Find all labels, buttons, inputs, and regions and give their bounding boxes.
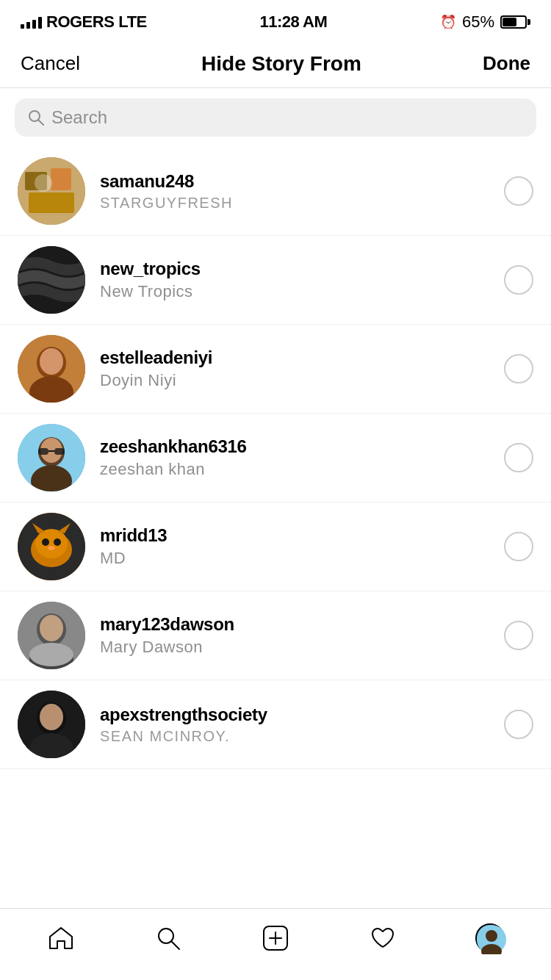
svg-point-42 bbox=[486, 930, 497, 942]
battery-percentage: 65% bbox=[462, 12, 494, 32]
user-info: mary123dawson Mary Dawson bbox=[100, 614, 489, 657]
carrier-label: ROGERS bbox=[46, 12, 114, 32]
list-item[interactable]: mridd13 MD bbox=[0, 502, 551, 591]
user-handle: new_tropics bbox=[100, 259, 489, 279]
user-display-name: STARGUYFRESH bbox=[100, 195, 489, 212]
avatar bbox=[18, 513, 85, 580]
main-content: Search samanu248 STARGUYFRESH bbox=[0, 88, 551, 908]
status-carrier: ROGERS LTE bbox=[21, 12, 147, 32]
user-info: apexstrengthsociety SEAN MCINROY. bbox=[100, 705, 489, 745]
user-display-name: Mary Dawson bbox=[100, 638, 489, 657]
select-toggle[interactable] bbox=[504, 265, 533, 295]
alarm-icon: ⏰ bbox=[440, 14, 456, 30]
svg-point-31 bbox=[29, 643, 73, 666]
cancel-button[interactable]: Cancel bbox=[21, 52, 80, 75]
svg-rect-2 bbox=[18, 157, 85, 225]
user-info: new_tropics New Tropics bbox=[100, 259, 489, 301]
svg-point-36 bbox=[159, 929, 173, 943]
select-toggle[interactable] bbox=[504, 443, 533, 472]
svg-line-1 bbox=[38, 120, 43, 125]
select-toggle[interactable] bbox=[504, 710, 533, 739]
list-item[interactable]: mary123dawson Mary Dawson bbox=[0, 591, 551, 680]
user-handle: mridd13 bbox=[100, 525, 489, 546]
svg-point-25 bbox=[54, 538, 61, 546]
list-item[interactable]: zeeshankhan6316 zeeshan khan bbox=[0, 414, 551, 502]
search-container: Search bbox=[0, 88, 551, 147]
user-display-name: MD bbox=[100, 549, 489, 568]
profile-avatar bbox=[475, 923, 505, 953]
search-tab-icon bbox=[152, 922, 184, 954]
avatar bbox=[18, 335, 85, 403]
svg-point-24 bbox=[42, 538, 49, 546]
user-list: samanu248 STARGUYFRESH new_tropics New T… bbox=[0, 147, 551, 769]
svg-rect-5 bbox=[29, 192, 74, 213]
select-toggle[interactable] bbox=[504, 176, 533, 206]
status-right: ⏰ 65% bbox=[440, 12, 530, 32]
list-item[interactable]: apexstrengthsociety SEAN MCINROY. bbox=[0, 680, 551, 769]
list-item[interactable]: new_tropics New Tropics bbox=[0, 236, 551, 325]
svg-rect-17 bbox=[54, 448, 65, 455]
svg-rect-16 bbox=[38, 448, 48, 455]
heart-icon bbox=[367, 922, 399, 954]
avatar bbox=[18, 691, 85, 758]
avatar bbox=[18, 424, 85, 491]
svg-point-6 bbox=[35, 174, 52, 192]
tab-add[interactable] bbox=[222, 922, 329, 954]
user-handle: apexstrengthsociety bbox=[100, 705, 489, 725]
signal-icon bbox=[21, 15, 42, 29]
svg-rect-4 bbox=[51, 168, 71, 190]
nav-bar: Cancel Hide Story From Done bbox=[0, 40, 551, 88]
avatar bbox=[18, 602, 85, 669]
avatar bbox=[18, 157, 85, 225]
user-info: estelleadeniyi Doyin Niyi bbox=[100, 347, 489, 390]
tab-profile[interactable] bbox=[436, 922, 544, 954]
avatar bbox=[18, 246, 85, 314]
done-button[interactable]: Done bbox=[483, 52, 530, 75]
select-toggle[interactable] bbox=[504, 354, 533, 383]
user-info: samanu248 STARGUYFRESH bbox=[100, 171, 489, 212]
tab-bar bbox=[0, 908, 551, 980]
user-display-name: SEAN MCINROY. bbox=[100, 728, 489, 745]
profile-icon bbox=[474, 922, 506, 954]
search-box[interactable]: Search bbox=[15, 98, 536, 137]
user-handle: estelleadeniyi bbox=[100, 347, 489, 368]
tab-activity[interactable] bbox=[329, 922, 436, 954]
svg-point-21 bbox=[35, 529, 68, 558]
user-handle: samanu248 bbox=[100, 171, 489, 192]
user-info: zeeshankhan6316 zeeshan khan bbox=[100, 436, 489, 479]
user-handle: zeeshankhan6316 bbox=[100, 436, 489, 457]
user-info: mridd13 MD bbox=[100, 525, 489, 568]
status-bar: ROGERS LTE 11:28 AM ⏰ 65% bbox=[0, 0, 551, 40]
select-toggle[interactable] bbox=[504, 532, 533, 561]
svg-point-11 bbox=[40, 348, 63, 375]
svg-point-26 bbox=[48, 546, 55, 550]
search-input[interactable]: Search bbox=[51, 107, 523, 128]
select-toggle[interactable] bbox=[504, 621, 533, 650]
home-icon bbox=[45, 922, 77, 954]
page-title: Hide Story From bbox=[201, 52, 361, 76]
svg-point-35 bbox=[40, 704, 63, 730]
battery-icon bbox=[500, 15, 530, 29]
user-display-name: zeeshan khan bbox=[100, 460, 489, 479]
add-icon bbox=[259, 922, 292, 954]
tab-home[interactable] bbox=[7, 922, 115, 954]
tab-search[interactable] bbox=[115, 922, 222, 954]
list-item[interactable]: samanu248 STARGUYFRESH bbox=[0, 147, 551, 236]
network-label: LTE bbox=[118, 12, 146, 32]
search-icon bbox=[28, 109, 44, 126]
user-display-name: Doyin Niyi bbox=[100, 371, 489, 390]
svg-point-30 bbox=[40, 615, 63, 641]
status-time: 11:28 AM bbox=[259, 12, 327, 32]
user-display-name: New Tropics bbox=[100, 282, 489, 301]
list-item[interactable]: estelleadeniyi Doyin Niyi bbox=[0, 325, 551, 414]
svg-line-37 bbox=[172, 942, 179, 949]
user-handle: mary123dawson bbox=[100, 614, 489, 635]
